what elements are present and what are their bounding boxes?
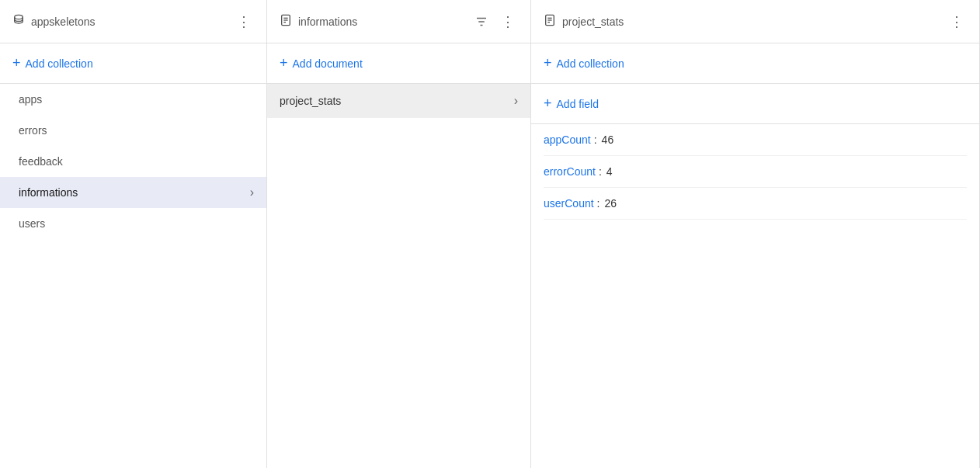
- documents-panel: informations ⋮ + Add document: [267, 0, 531, 468]
- document-detail-icon: [544, 14, 556, 29]
- field-value-errorcount: 4: [606, 165, 613, 178]
- document-title-row: project_stats: [544, 14, 947, 29]
- collection-item-feedback[interactable]: feedback: [0, 146, 266, 177]
- collection-name: informations: [298, 16, 357, 28]
- collection-label-errors: errors: [19, 124, 47, 137]
- fields-list: appCount : 46 errorCount : 4 userCount :…: [531, 124, 979, 468]
- add-document-label: Add document: [293, 57, 363, 70]
- add-collection-right-button[interactable]: + Add collection: [531, 43, 979, 84]
- field-colon-usercount: :: [597, 197, 600, 210]
- collection-item-apps[interactable]: apps: [0, 84, 266, 115]
- add-collection-label: Add collection: [26, 57, 93, 70]
- field-key-errorcount: errorCount: [544, 165, 596, 178]
- field-row-usercount: userCount : 26: [544, 188, 967, 220]
- field-value-usercount: 26: [604, 197, 617, 210]
- field-value-appcount: 46: [602, 133, 614, 146]
- right-panel-more-button[interactable]: ⋮: [947, 12, 967, 32]
- document-detail-header: project_stats ⋮: [531, 0, 979, 43]
- document-item-project-stats[interactable]: project_stats ›: [267, 84, 530, 118]
- document-detail-name: project_stats: [562, 16, 624, 28]
- database-icon: [12, 14, 25, 29]
- chevron-right-icon: ›: [250, 185, 254, 199]
- collection-label-informations: informations: [19, 186, 78, 199]
- add-collection-icon: +: [12, 55, 21, 71]
- add-document-icon: +: [280, 55, 288, 71]
- middle-panel-more-button[interactable]: ⋮: [498, 12, 518, 32]
- collection-label-users: users: [19, 217, 45, 230]
- field-colon-errorcount: :: [599, 165, 602, 178]
- documents-list: project_stats ›: [267, 84, 530, 468]
- database-title-row: appskeletons: [12, 14, 234, 29]
- collections-list: apps errors feedback informations › user…: [0, 84, 266, 468]
- field-colon-appcount: :: [594, 133, 597, 146]
- add-document-button[interactable]: + Add document: [267, 43, 530, 84]
- add-field-label: Add field: [557, 98, 599, 110]
- add-collection-button[interactable]: + Add collection: [0, 43, 266, 84]
- field-key-appcount: appCount: [544, 133, 591, 146]
- collection-label-apps: apps: [19, 93, 42, 106]
- collection-doc-icon: [280, 14, 292, 29]
- firestore-explorer: appskeletons ⋮ + Add collection apps err…: [0, 0, 980, 468]
- right-panel-actions: ⋮: [947, 12, 967, 32]
- left-panel-more-button[interactable]: ⋮: [234, 12, 254, 32]
- left-panel-actions: ⋮: [234, 12, 254, 32]
- collection-item-informations[interactable]: informations ›: [0, 177, 266, 208]
- add-field-icon: +: [544, 95, 552, 112]
- middle-panel-actions: ⋮: [471, 12, 518, 32]
- field-row-errorcount: errorCount : 4: [544, 156, 967, 188]
- collections-panel: appskeletons ⋮ + Add collection apps err…: [0, 0, 267, 468]
- collection-item-errors[interactable]: errors: [0, 115, 266, 146]
- database-name: appskeletons: [31, 16, 96, 28]
- add-field-button[interactable]: + Add field: [531, 84, 979, 124]
- document-chevron-icon: ›: [514, 94, 518, 108]
- field-key-usercount: userCount: [544, 197, 594, 210]
- filter-button[interactable]: [471, 12, 492, 32]
- add-collection-right-icon: +: [544, 55, 552, 71]
- document-detail-panel: project_stats ⋮ + Add collection + Add f…: [531, 0, 980, 468]
- collection-item-users[interactable]: users: [0, 208, 266, 239]
- collection-title-row: informations: [280, 14, 471, 29]
- document-label-project-stats: project_stats: [280, 95, 341, 107]
- collections-panel-header: appskeletons ⋮: [0, 0, 266, 43]
- documents-panel-header: informations ⋮: [267, 0, 530, 43]
- field-row-appcount: appCount : 46: [544, 124, 967, 156]
- collection-label-feedback: feedback: [19, 155, 63, 168]
- add-collection-right-label: Add collection: [557, 57, 624, 70]
